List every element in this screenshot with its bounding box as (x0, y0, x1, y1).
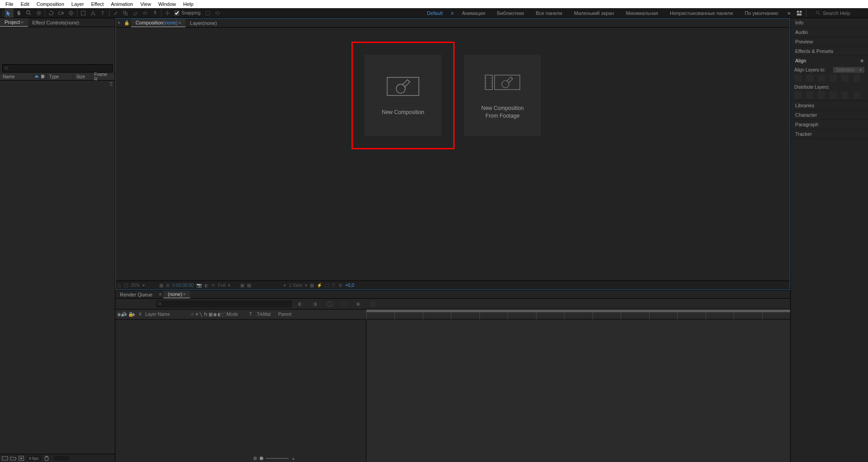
local-axis-icon[interactable] (163, 9, 172, 18)
col-t[interactable]: T (247, 312, 254, 317)
transparency-icon[interactable]: ▦ (247, 283, 251, 288)
channel-icon[interactable]: ◐ (204, 283, 209, 288)
dist-top-icon[interactable] (794, 91, 802, 99)
workspace-menu-icon[interactable] (795, 9, 804, 18)
snap-collapse-icon[interactable] (213, 9, 222, 18)
view-count[interactable]: 1 View (289, 283, 302, 288)
quality-dropdown-icon[interactable]: ▾ (228, 283, 230, 288)
menu-edit[interactable]: Edit (17, 1, 33, 7)
zoom-track[interactable] (266, 458, 289, 459)
shape-tool-icon[interactable] (79, 9, 88, 18)
zoom-in-icon[interactable]: ▲ (291, 456, 295, 461)
draft-icon[interactable]: ◯ (327, 301, 333, 307)
timeline-search[interactable] (156, 300, 292, 308)
timeline-tracks[interactable] (366, 319, 790, 462)
effect-controls-tab[interactable]: Effect Controls (none) (28, 18, 84, 27)
col-tag-icon[interactable] (40, 74, 47, 80)
align-menu-icon[interactable]: ≡ (861, 58, 863, 63)
col-trkmat[interactable]: .TrkMat (254, 312, 276, 317)
menu-view[interactable]: View (137, 1, 155, 7)
menu-effect[interactable]: Effect (87, 1, 107, 7)
menu-animation[interactable]: Animation (107, 1, 137, 7)
composition-tab[interactable]: Composition (none) ≡ (131, 19, 185, 27)
dist-left-icon[interactable] (830, 91, 837, 99)
timecode[interactable]: 0:00:00:00 (172, 283, 194, 288)
close-timeline-tab[interactable]: × (159, 292, 161, 297)
preview-panel[interactable]: Preview (791, 37, 868, 46)
zoom-dropdown-icon[interactable]: ▾ (142, 283, 145, 288)
align-vcenter-icon[interactable] (841, 75, 849, 82)
align-selection-dropdown[interactable]: Selection▾ (833, 67, 864, 73)
new-comp-from-footage-button[interactable]: New Composition From Footage (464, 55, 541, 136)
quality-value[interactable]: Full (218, 283, 225, 288)
ws-undocked[interactable]: Непристыкованные панели (664, 9, 738, 17)
paragraph-panel[interactable]: Paragraph (791, 120, 868, 129)
ws-minimal[interactable]: Минимальная (621, 9, 664, 17)
col-3d-icon[interactable]: ⬚ (220, 312, 225, 317)
col-label-icon[interactable]: ◆ (130, 312, 137, 317)
flowchart2-icon[interactable]: ♖ (332, 283, 336, 288)
snapshot-icon[interactable]: 📷 (196, 283, 202, 288)
audio-panel[interactable]: Audio (791, 28, 868, 37)
col-audio-icon[interactable]: 🔊 (119, 312, 123, 317)
snapping-check[interactable] (174, 10, 180, 16)
align-right-icon[interactable] (818, 75, 825, 82)
lock-icon[interactable]: 🔒 (124, 20, 129, 25)
dist-hcenter-icon[interactable] (841, 91, 849, 99)
character-panel[interactable]: Character (791, 110, 868, 119)
clone-tool-icon[interactable] (121, 9, 130, 18)
col-lock-icon[interactable]: 🔒 (126, 312, 130, 317)
align-top-icon[interactable] (830, 75, 837, 82)
col-mode[interactable]: Mode (225, 312, 247, 317)
ws-default-ru[interactable]: По умолчанию (739, 9, 783, 17)
new-folder-icon[interactable] (10, 455, 16, 462)
new-composition-button[interactable]: New Composition (365, 55, 441, 136)
menu-layer[interactable]: Layer (68, 1, 88, 7)
exposure-icon[interactable]: ☀ (211, 283, 215, 288)
fast-preview-icon[interactable]: ⚡ (317, 283, 322, 288)
col-shy2-icon[interactable]: ☆ (189, 312, 193, 317)
col-name[interactable]: Name (0, 74, 34, 79)
search-help-input[interactable] (823, 10, 863, 16)
col-frameblend2-icon[interactable]: ▦ (207, 312, 211, 317)
delete-icon[interactable] (43, 455, 50, 462)
render-queue-tab[interactable]: Render Queue (115, 291, 157, 298)
menu-file[interactable]: File (2, 1, 17, 7)
orbit-tool-icon[interactable] (34, 9, 43, 18)
graph-editor-icon[interactable]: ▢ (370, 301, 377, 307)
exposure-adjust[interactable]: +0,0 (345, 283, 354, 288)
align-left-icon[interactable] (794, 75, 802, 82)
frame-blend-icon[interactable]: ⬚ (342, 301, 348, 307)
align-bottom-icon[interactable] (853, 75, 860, 82)
close-tab-icon[interactable]: × (118, 20, 120, 25)
col-type[interactable]: Type (47, 74, 74, 79)
brush-tool-icon[interactable] (111, 9, 120, 18)
dist-bottom-icon[interactable] (818, 91, 825, 99)
libraries-panel[interactable]: Libraries (791, 101, 868, 110)
ws-all-panels[interactable]: Все панели (530, 9, 567, 17)
roi-icon[interactable]: ▣ (240, 283, 244, 288)
hand-tool-icon[interactable] (14, 9, 24, 18)
interpret-footage-icon[interactable] (2, 455, 8, 462)
ws-menu-icon[interactable]: ≡ (449, 10, 455, 16)
camera-tool-icon[interactable] (57, 9, 66, 18)
project-search[interactable] (2, 64, 113, 72)
timeline-layer-list[interactable] (115, 319, 366, 462)
pixel-aspect-icon[interactable]: ▦ (310, 283, 314, 288)
puppet-tool-icon[interactable] (151, 9, 160, 18)
menu-help[interactable]: Help (180, 1, 197, 7)
align-panel[interactable]: Align ≡ (791, 56, 868, 65)
shy-icon[interactable]: ◑ (313, 301, 319, 307)
project-tab[interactable]: Project ≡ (0, 18, 28, 27)
type-tool-icon[interactable]: T (99, 9, 108, 18)
snap-edge-icon[interactable] (203, 9, 212, 18)
ws-animation[interactable]: Анимация (456, 9, 491, 17)
col-collapse-icon[interactable]: ✶ (193, 312, 198, 317)
search-help[interactable] (813, 10, 866, 16)
dist-right-icon[interactable] (853, 91, 860, 99)
ws-libraries[interactable]: Библиотеки (492, 9, 530, 17)
info-panel[interactable]: Info (791, 18, 868, 27)
view-dropdown-icon[interactable]: ▾ (284, 283, 286, 288)
layer-tab[interactable]: Layer (none) (185, 19, 221, 27)
col-size[interactable]: Size (73, 74, 91, 79)
